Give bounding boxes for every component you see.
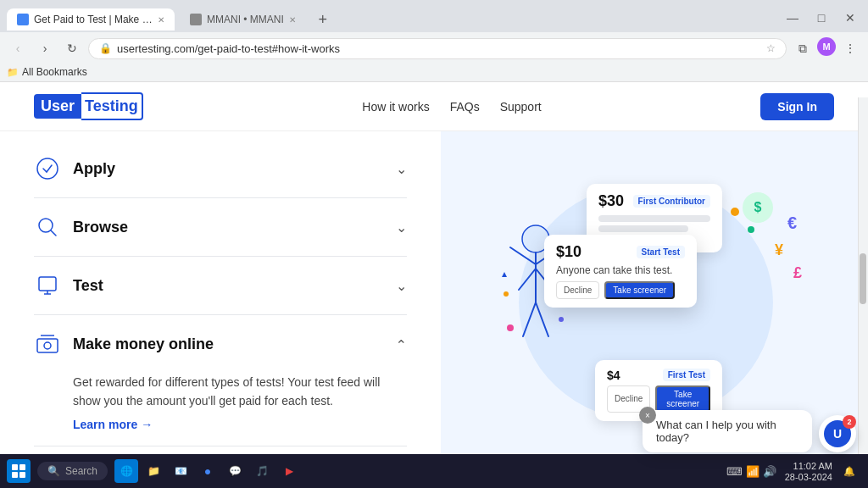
reload-button[interactable]: ↻: [61, 37, 83, 59]
test-chevron: ⌄: [396, 278, 407, 294]
signin-button[interactable]: Sign In: [760, 93, 834, 120]
test-icon: [34, 272, 61, 299]
scrollbar-thumb[interactable]: [860, 253, 866, 304]
app-icon-3[interactable]: 📧: [169, 459, 192, 483]
taskbar-notification-button[interactable]: 🔔: [837, 459, 861, 483]
browser-tab-inactive[interactable]: MMANI • MMANI ✕: [180, 8, 306, 30]
dot-decoration-1: [731, 208, 739, 216]
accordion-apply-header[interactable]: Apply ⌄: [34, 140, 407, 197]
accordion-test-header[interactable]: Test ⌄: [34, 257, 407, 314]
site-header: User Testing How it works FAQs Support S…: [0, 82, 868, 131]
browser-tab-active[interactable]: Get Paid to Test | Make Money… ✕: [7, 8, 175, 30]
chat-bubble: What can I help you with today?: [643, 410, 812, 452]
accordion-apply: Apply ⌄: [34, 140, 407, 198]
browser-actions: ⧉ M ⋮: [792, 37, 861, 59]
apply-title: Apply: [73, 160, 115, 178]
tab-favicon-2: [190, 14, 202, 25]
bookmarks-bar: 📁 All Bookmarks: [0, 64, 868, 81]
card-main-bar2: [598, 225, 688, 232]
chat-message: What can I help you with today?: [656, 419, 776, 444]
take-screener-button[interactable]: Take screener: [604, 281, 675, 299]
app-icon-7[interactable]: ▶: [277, 459, 301, 483]
taskbar-volume-icon: 🔊: [763, 465, 776, 478]
browser-chrome: Get Paid to Test | Make Money… ✕ MMANI •…: [0, 0, 868, 82]
extensions-button[interactable]: ⧉: [792, 37, 814, 59]
app-icon-2[interactable]: 📁: [142, 459, 165, 483]
decline-button[interactable]: Decline: [556, 281, 599, 299]
card-small-price: $4: [607, 369, 620, 382]
nav-support[interactable]: Support: [500, 100, 542, 114]
accordion-make-money-left: Make money online: [34, 330, 214, 358]
chat-badge: 2: [843, 415, 856, 429]
taskbar-date: 28-03-2024: [785, 472, 832, 482]
app-icon-1[interactable]: 🌐: [114, 459, 138, 483]
svg-point-13: [559, 317, 564, 322]
accordion-browse-header[interactable]: Browse ⌄: [34, 198, 407, 256]
app-icon-6[interactable]: 🎵: [250, 459, 274, 483]
address-text: usertesting.com/get-paid-to-test#how-it-…: [117, 42, 761, 55]
notification-icon: 🔔: [843, 466, 855, 477]
logo-testing-part: Testing: [81, 92, 143, 120]
accordion-apply-left: Apply: [34, 155, 115, 182]
browse-icon: [34, 214, 61, 241]
taskbar-search[interactable]: 🔍 Search: [37, 462, 108, 480]
tab-close-2[interactable]: ✕: [289, 15, 296, 25]
taskbar-search-text: Search: [65, 465, 97, 477]
app-icon-5[interactable]: 💬: [223, 459, 247, 483]
tab-title-1: Get Paid to Test | Make Money…: [34, 14, 153, 25]
svg-point-0: [37, 158, 58, 179]
minimize-button[interactable]: —: [782, 7, 804, 29]
accordion-browse: Browse ⌄: [34, 198, 407, 257]
taskbar-system-icons: ⌨ 📶 🔊: [726, 465, 776, 478]
chat-bubble-container: × What can I help you with today?: [643, 410, 812, 452]
chat-close-button[interactable]: ×: [639, 407, 656, 424]
profile-button[interactable]: M: [817, 37, 836, 56]
card-small-label: First Test: [663, 369, 710, 381]
app-icon-4[interactable]: ●: [196, 459, 220, 483]
card-main-label: First Contributor: [633, 195, 710, 208]
taskbar: 🔍 Search 🌐 📁 📧 ● 💬 🎵 ▶: [0, 454, 868, 488]
maximize-button[interactable]: □: [810, 7, 832, 29]
tab-close-1[interactable]: ✕: [158, 15, 164, 25]
make-money-title: Make money online: [73, 336, 214, 353]
start-button[interactable]: [7, 459, 31, 483]
scrollbar[interactable]: [858, 131, 868, 473]
taskbar-time: 11:02 AM: [785, 461, 832, 471]
chat-open-button[interactable]: U 2: [819, 415, 856, 452]
test-title: Test: [73, 277, 103, 295]
card-overlay: $10 Start Test Anyone can take this test…: [544, 235, 697, 308]
illustration: $ € ¥ £ $30 First Contributor: [493, 167, 815, 438]
windows-logo: [12, 464, 25, 478]
close-button[interactable]: ✕: [839, 7, 861, 29]
bookmarks-label[interactable]: All Bookmarks: [22, 66, 87, 78]
taskbar-apps: 🌐 📁 📧 ● 💬 🎵 ▶: [114, 459, 301, 483]
nav-how-it-works[interactable]: How it works: [362, 100, 429, 114]
accordion-make-money-content: Get rewarded for different types of test…: [34, 373, 407, 446]
euro-icon: €: [787, 214, 797, 233]
svg-point-12: [507, 324, 514, 331]
browse-chevron: ⌄: [396, 219, 407, 236]
browser-nav-bar: ‹ › ↻ 🔒 usertesting.com/get-paid-to-test…: [0, 32, 868, 64]
taskbar-keyboard-icon: ⌨: [726, 465, 743, 478]
menu-button[interactable]: ⋮: [839, 37, 861, 59]
accordion-test-left: Test: [34, 272, 103, 299]
logo-user-part: User: [34, 94, 81, 119]
forward-button[interactable]: ›: [34, 37, 56, 59]
card-small-take[interactable]: Take screener: [655, 385, 710, 413]
nav-faqs[interactable]: FAQs: [450, 100, 480, 114]
yen-icon: ¥: [775, 241, 783, 259]
chat-widget: × What can I help you with today? U 2: [643, 410, 856, 452]
learn-more-link[interactable]: Learn more →: [73, 418, 153, 431]
card-small-buttons: Decline Take screener: [607, 385, 710, 413]
accordion-make-money-header[interactable]: Make money online ⌄: [34, 315, 407, 373]
site-logo: User Testing: [34, 92, 143, 120]
address-bar[interactable]: 🔒 usertesting.com/get-paid-to-test#how-i…: [88, 38, 787, 59]
back-button[interactable]: ‹: [7, 37, 29, 59]
star-icon[interactable]: ☆: [766, 42, 776, 54]
card-overlay-price: $10: [556, 243, 581, 261]
accordion-test: Test ⌄: [34, 257, 407, 315]
tab-title-2: MMANI • MMANI: [207, 14, 284, 25]
left-panel: Apply ⌄ Browse: [0, 131, 441, 473]
new-tab-button[interactable]: +: [311, 8, 335, 31]
svg-rect-6: [37, 339, 58, 352]
